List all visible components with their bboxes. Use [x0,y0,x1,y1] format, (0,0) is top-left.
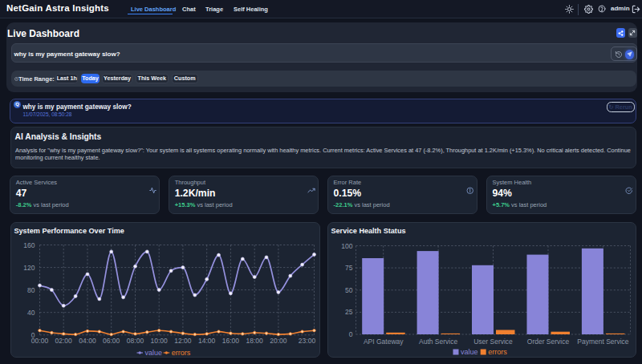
svg-text:0: 0 [349,330,353,338]
svg-text:18:00: 18:00 [246,336,264,344]
svg-text:00:00: 00:00 [31,336,49,344]
svg-text:API Gateway: API Gateway [364,337,404,345]
svg-text:Order Service: Order Service [527,337,570,345]
svg-text:20:00: 20:00 [270,336,287,344]
svg-text:errors: errors [172,349,191,357]
svg-text:25: 25 [345,308,353,316]
svg-text:40: 40 [27,308,35,316]
svg-text:100: 100 [341,241,352,249]
svg-text:errors: errors [488,348,507,356]
svg-text:16:00: 16:00 [222,336,240,344]
svg-text:02:00: 02:00 [55,336,73,344]
svg-text:120: 120 [23,263,35,271]
svg-text:Payment Service: Payment Service [577,337,629,345]
svg-text:160: 160 [23,241,35,249]
svg-text:04:00: 04:00 [79,336,96,344]
svg-text:50: 50 [345,285,353,293]
svg-text:12:00: 12:00 [174,336,192,344]
svg-text:value: value [145,349,163,357]
svg-text:14:00: 14:00 [198,336,216,344]
svg-text:value: value [461,348,478,356]
svg-text:80: 80 [27,285,35,293]
svg-text:User Service: User Service [473,337,513,345]
svg-text:06:00: 06:00 [103,336,120,344]
svg-text:23:00: 23:00 [299,336,316,344]
svg-text:Auth Service: Auth Service [419,337,457,345]
svg-text:10:00: 10:00 [151,336,169,344]
svg-text:75: 75 [345,264,353,272]
svg-text:08:00: 08:00 [127,336,144,344]
